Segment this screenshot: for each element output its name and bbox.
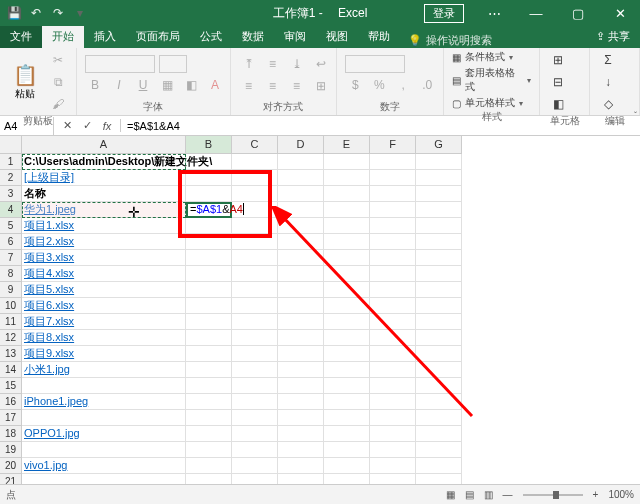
fill-icon[interactable]: ↓ — [598, 72, 618, 92]
cell[interactable] — [416, 378, 462, 394]
cell[interactable]: 项目2.xlsx — [22, 234, 186, 250]
col-header-C[interactable]: C — [232, 136, 278, 154]
row-header[interactable]: 1 — [0, 154, 22, 170]
cell[interactable] — [324, 266, 370, 282]
cell[interactable] — [370, 234, 416, 250]
cell[interactable] — [186, 170, 232, 186]
table-format-button[interactable]: ▤套用表格格式▾ — [452, 66, 531, 94]
cell[interactable]: 华为1.jpeg — [22, 202, 186, 218]
enter-formula-icon[interactable]: ✓ — [80, 119, 94, 132]
row-header[interactable]: 18 — [0, 426, 22, 442]
cell[interactable] — [186, 410, 232, 426]
tab-review[interactable]: 审阅 — [274, 25, 316, 48]
cell[interactable] — [232, 362, 278, 378]
cell[interactable] — [324, 314, 370, 330]
cell[interactable] — [370, 394, 416, 410]
fill-color-icon[interactable]: ◧ — [181, 75, 201, 95]
cell[interactable] — [232, 298, 278, 314]
cell[interactable]: 项目1.xlsx — [22, 218, 186, 234]
insert-cells-icon[interactable]: ⊞ — [548, 50, 568, 70]
collapse-ribbon-icon[interactable]: ˇ — [634, 110, 637, 120]
cell[interactable] — [324, 282, 370, 298]
cell[interactable] — [278, 442, 324, 458]
cell[interactable] — [278, 234, 324, 250]
cell[interactable] — [416, 234, 462, 250]
cell[interactable] — [186, 154, 232, 170]
cell[interactable] — [186, 362, 232, 378]
cell[interactable]: 小米1.jpg — [22, 362, 186, 378]
comma-icon[interactable]: , — [393, 75, 413, 95]
ribbon-options-icon[interactable]: ⋯ — [474, 0, 514, 26]
cell[interactable] — [232, 442, 278, 458]
view-normal-icon[interactable]: ▦ — [446, 489, 455, 500]
cell[interactable] — [416, 154, 462, 170]
cell[interactable] — [232, 170, 278, 186]
cell[interactable] — [278, 362, 324, 378]
number-format[interactable] — [345, 55, 405, 73]
cell[interactable] — [324, 186, 370, 202]
cell[interactable] — [22, 378, 186, 394]
zoom-in-icon[interactable]: + — [593, 489, 599, 500]
align-top-icon[interactable]: ⤒ — [239, 54, 259, 74]
col-header-D[interactable]: D — [278, 136, 324, 154]
row-header[interactable]: 8 — [0, 266, 22, 282]
view-layout-icon[interactable]: ▤ — [465, 489, 474, 500]
cell[interactable] — [324, 442, 370, 458]
row-header[interactable]: 2 — [0, 170, 22, 186]
cell[interactable]: 项目6.xlsx — [22, 298, 186, 314]
cell[interactable]: 项目9.xlsx — [22, 346, 186, 362]
cell[interactable] — [324, 234, 370, 250]
tab-layout[interactable]: 页面布局 — [126, 25, 190, 48]
align-right-icon[interactable]: ≡ — [287, 76, 307, 96]
cell[interactable] — [186, 442, 232, 458]
minimize-icon[interactable]: — — [516, 0, 556, 26]
align-center-icon[interactable]: ≡ — [263, 76, 283, 96]
cell[interactable] — [232, 426, 278, 442]
cell[interactable] — [278, 218, 324, 234]
cell[interactable]: 项目4.xlsx — [22, 266, 186, 282]
cell[interactable] — [416, 330, 462, 346]
tab-data[interactable]: 数据 — [232, 25, 274, 48]
zoom-level[interactable]: 100% — [608, 489, 634, 500]
cell[interactable] — [232, 410, 278, 426]
cell[interactable] — [278, 426, 324, 442]
cell[interactable] — [186, 282, 232, 298]
cell[interactable] — [186, 458, 232, 474]
row-header[interactable]: 10 — [0, 298, 22, 314]
font-size[interactable] — [159, 55, 187, 73]
cell[interactable] — [186, 378, 232, 394]
cell[interactable] — [186, 346, 232, 362]
percent-icon[interactable]: % — [369, 75, 389, 95]
cell[interactable] — [186, 218, 232, 234]
redo-icon[interactable]: ↷ — [50, 5, 66, 21]
cell[interactable] — [232, 458, 278, 474]
row-header[interactable]: 15 — [0, 378, 22, 394]
cell[interactable] — [416, 170, 462, 186]
cell[interactable] — [416, 202, 462, 218]
cell[interactable] — [278, 170, 324, 186]
font-family[interactable] — [85, 55, 155, 73]
paste-button[interactable]: 📋 粘贴 — [8, 63, 42, 101]
cell[interactable] — [186, 314, 232, 330]
cell[interactable] — [278, 394, 324, 410]
tab-home[interactable]: 开始 — [42, 25, 84, 48]
cell[interactable] — [370, 426, 416, 442]
row-header[interactable]: 19 — [0, 442, 22, 458]
cell[interactable] — [370, 186, 416, 202]
cell[interactable] — [22, 442, 186, 458]
cell[interactable]: 项目8.xlsx — [22, 330, 186, 346]
cell[interactable] — [324, 218, 370, 234]
cell[interactable] — [370, 314, 416, 330]
cell[interactable]: 名称 — [22, 186, 186, 202]
cell[interactable] — [416, 410, 462, 426]
col-header-E[interactable]: E — [324, 136, 370, 154]
row-header[interactable]: 21 — [0, 474, 22, 484]
tab-file[interactable]: 文件 — [0, 25, 42, 48]
undo-icon[interactable]: ↶ — [28, 5, 44, 21]
cell[interactable] — [232, 474, 278, 484]
align-left-icon[interactable]: ≡ — [239, 76, 259, 96]
cell[interactable] — [324, 394, 370, 410]
cell-styles-button[interactable]: ▢单元格样式▾ — [452, 96, 531, 110]
row-header[interactable]: 4 — [0, 202, 22, 218]
cell[interactable] — [370, 410, 416, 426]
